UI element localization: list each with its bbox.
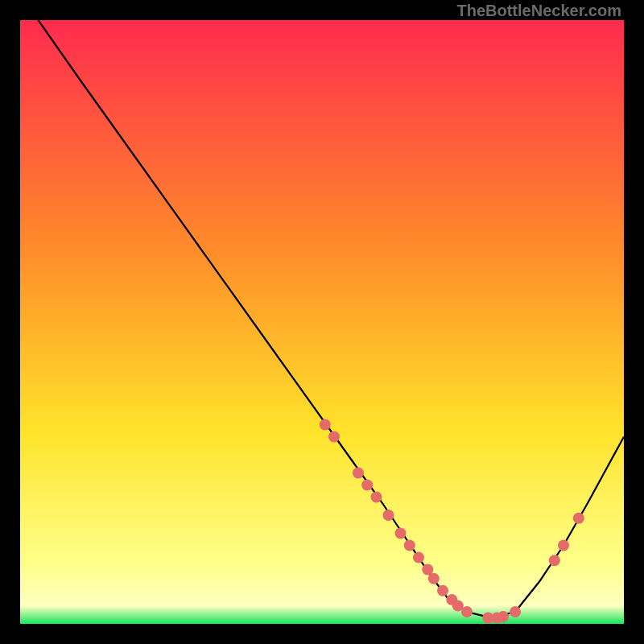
highlight-dot xyxy=(549,555,560,566)
highlight-dot xyxy=(361,480,373,491)
highlight-dot xyxy=(558,540,569,551)
highlight-dot xyxy=(353,468,364,479)
highlight-dot xyxy=(428,573,440,584)
gradient-background xyxy=(20,20,624,624)
highlight-dot xyxy=(413,552,424,564)
highlight-dot xyxy=(371,492,382,503)
highlight-dot xyxy=(328,431,340,443)
highlight-dot xyxy=(320,419,331,431)
highlight-dot xyxy=(461,606,473,617)
chart-frame xyxy=(20,20,624,624)
highlight-dot xyxy=(510,606,521,617)
highlight-dot xyxy=(573,513,584,524)
highlight-dot xyxy=(497,611,509,622)
highlight-dot xyxy=(437,585,448,597)
attribution-text: TheBottleNecker.com xyxy=(456,2,621,20)
chart-canvas xyxy=(20,20,624,624)
highlight-dot xyxy=(395,528,407,539)
highlight-dot xyxy=(383,510,394,521)
highlight-dot xyxy=(404,540,415,551)
